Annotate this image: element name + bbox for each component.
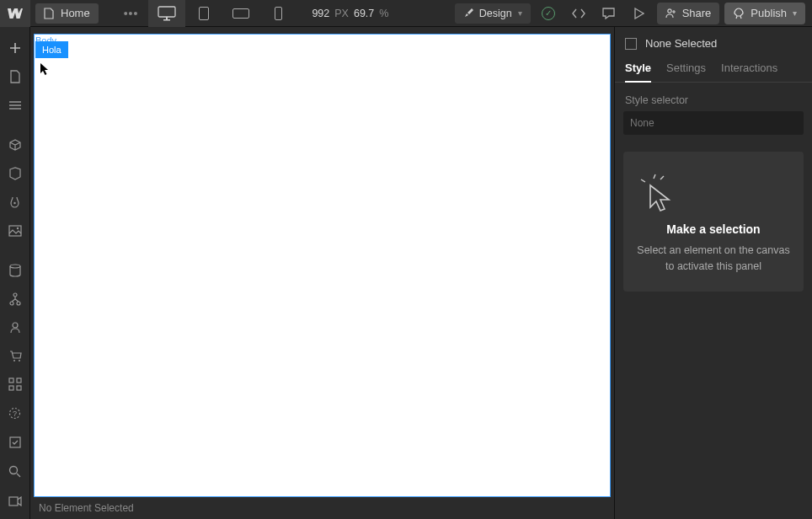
- selection-header: None Selected: [615, 27, 812, 50]
- comments[interactable]: [596, 0, 622, 27]
- tablet-landscape-icon: [232, 8, 249, 19]
- canvas[interactable]: Body Hola: [34, 34, 611, 497]
- empty-state: Make a selection Select an element on th…: [623, 152, 804, 292]
- status-bar: No Element Selected: [30, 497, 614, 519]
- percent-unit: %: [379, 8, 388, 19]
- tab-style[interactable]: Style: [625, 62, 651, 83]
- style-selector-value: None: [630, 117, 654, 129]
- selection-label: None Selected: [645, 37, 717, 50]
- variables-panel-button[interactable]: [0, 159, 30, 188]
- svg-point-7: [10, 265, 20, 268]
- px-unit: PX: [334, 8, 349, 19]
- comment-icon: [602, 8, 615, 19]
- cms-panel-button[interactable]: [0, 256, 30, 285]
- publish-button[interactable]: Publish ▾: [724, 3, 805, 24]
- svg-rect-17: [17, 386, 21, 390]
- tab-interactions[interactable]: Interactions: [721, 62, 777, 82]
- svg-point-4: [13, 201, 15, 203]
- svg-rect-16: [9, 386, 13, 390]
- components-panel-button[interactable]: [0, 131, 30, 159]
- text-element[interactable]: Hola: [35, 41, 68, 58]
- code-icon: [572, 8, 585, 19]
- svg-point-9: [10, 302, 13, 305]
- chevron-down-icon: ▾: [793, 8, 797, 18]
- panel-tabs: Style Settings Interactions: [615, 50, 812, 83]
- tab-settings[interactable]: Settings: [666, 62, 706, 82]
- check-icon: ✓: [542, 7, 555, 20]
- status-text: No Element Selected: [39, 502, 134, 514]
- canvas-dimensions: 992 PX 69.7 %: [312, 8, 388, 19]
- person-plus-icon: [665, 8, 676, 19]
- chevron-down-icon: ▾: [518, 8, 522, 18]
- canvas-area: Body Hola No Element Selected: [30, 27, 614, 519]
- svg-point-21: [10, 467, 18, 474]
- apps-panel-button[interactable]: [0, 370, 30, 399]
- logic-panel-button[interactable]: [0, 285, 30, 313]
- preview[interactable]: [627, 0, 652, 27]
- tablet-icon: [199, 7, 209, 20]
- audit-panel-button[interactable]: [0, 427, 30, 457]
- navigator-panel-button[interactable]: [0, 91, 30, 120]
- top-bar: Home ••• 992 PX 69.7 % Design: [0, 0, 812, 27]
- users-panel-button[interactable]: [0, 313, 30, 342]
- svg-point-10: [17, 302, 20, 305]
- svg-point-3: [667, 9, 670, 13]
- webflow-logo[interactable]: [0, 0, 30, 27]
- svg-rect-0: [158, 7, 175, 17]
- page-icon: [44, 8, 54, 19]
- svg-rect-1: [163, 19, 170, 21]
- zoom-value[interactable]: 69.7: [354, 8, 374, 19]
- breakpoint-tablet[interactable]: [185, 0, 222, 27]
- svg-rect-15: [17, 378, 21, 383]
- empty-state-description: Select an element on the canvas to activ…: [635, 243, 792, 275]
- breakpoint-group: [148, 0, 296, 26]
- right-panel: None Selected Style Settings Interaction…: [614, 27, 812, 519]
- svg-rect-20: [10, 437, 20, 447]
- svg-rect-14: [9, 378, 13, 383]
- mode-label: Design: [479, 8, 512, 19]
- left-sidebar: ?: [0, 27, 30, 519]
- svg-point-6: [16, 227, 18, 228]
- svg-point-12: [13, 360, 15, 361]
- rocket-icon: [733, 8, 745, 19]
- add-panel-button[interactable]: [0, 34, 30, 62]
- code-export[interactable]: [566, 0, 591, 27]
- publish-label: Publish: [751, 7, 787, 19]
- ecommerce-panel-button[interactable]: [0, 342, 30, 371]
- play-icon: [634, 8, 644, 19]
- svg-point-11: [13, 323, 18, 328]
- webflow-logo-icon: [8, 8, 23, 19]
- svg-text:?: ?: [13, 409, 17, 418]
- svg-point-13: [19, 360, 20, 361]
- search-panel-button[interactable]: [0, 457, 30, 486]
- cursor-click-icon: [635, 172, 677, 214]
- page-selector[interactable]: Home: [35, 3, 99, 24]
- page-name: Home: [61, 7, 90, 19]
- share-label: Share: [682, 7, 712, 19]
- svg-point-8: [13, 293, 17, 297]
- brush-icon: [463, 8, 473, 19]
- status-check[interactable]: ✓: [536, 0, 561, 27]
- cursor-icon: [40, 62, 50, 76]
- canvas-width-value[interactable]: 992: [312, 8, 329, 19]
- styles-panel-button[interactable]: [0, 188, 30, 217]
- style-selector-label: Style selector: [615, 83, 812, 111]
- empty-state-title: Make a selection: [635, 222, 792, 236]
- mode-switch[interactable]: Design ▾: [455, 3, 531, 24]
- selection-indicator-icon: [625, 38, 637, 50]
- help-panel-button[interactable]: ?: [0, 399, 30, 427]
- breakpoint-tablet-landscape[interactable]: [222, 0, 259, 27]
- desktop-icon: [158, 6, 176, 21]
- video-panel-button[interactable]: [0, 486, 30, 516]
- svg-rect-22: [9, 497, 18, 506]
- breakpoint-phone[interactable]: [259, 0, 296, 27]
- svg-rect-5: [9, 226, 21, 236]
- style-selector-input[interactable]: None: [623, 111, 804, 135]
- breakpoint-desktop[interactable]: [148, 0, 185, 27]
- assets-panel-button[interactable]: [0, 217, 30, 245]
- phone-icon: [275, 7, 282, 20]
- more-options[interactable]: •••: [124, 7, 139, 20]
- share-button[interactable]: Share: [657, 3, 720, 24]
- pages-panel-button[interactable]: [0, 62, 30, 91]
- svg-rect-2: [166, 17, 168, 19]
